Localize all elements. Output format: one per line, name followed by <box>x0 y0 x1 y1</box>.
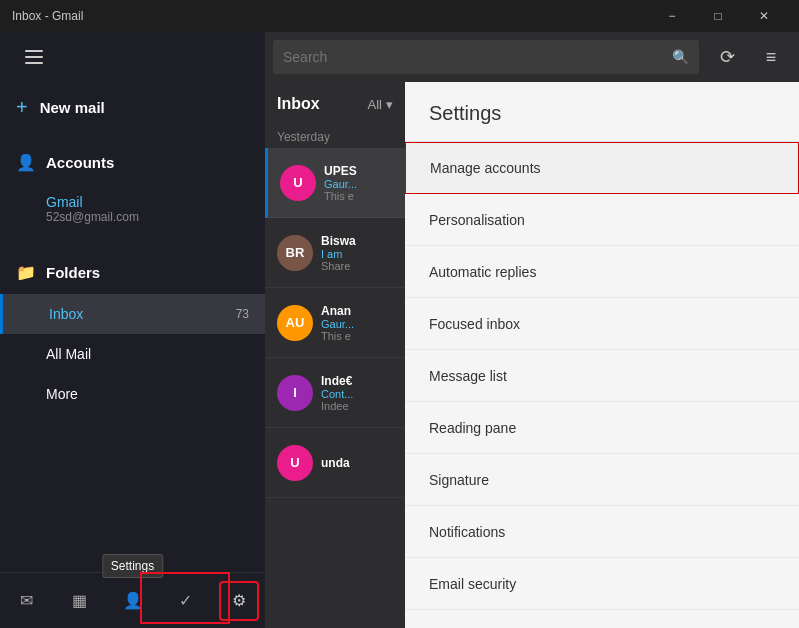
mail-date-label: Yesterday <box>265 126 405 148</box>
settings-item-notifications[interactable]: Notifications <box>405 506 799 558</box>
calendar-bottom-button[interactable]: ▦ <box>60 581 100 621</box>
mail-preview-4: unda <box>321 456 397 470</box>
compose-bottom-button[interactable]: ✉ <box>7 581 47 621</box>
settings-item-email-security[interactable]: Email security <box>405 558 799 610</box>
window-controls: − □ ✕ <box>649 0 787 32</box>
check-bottom-button[interactable]: ✓ <box>166 581 206 621</box>
settings-item-message-list[interactable]: Message list <box>405 350 799 402</box>
avatar-1: BR <box>277 235 313 271</box>
folders-label: Folders <box>46 264 100 281</box>
accounts-icon: 👤 <box>16 153 34 172</box>
hamburger-line-1 <box>25 50 43 52</box>
filter-label: All <box>368 97 382 112</box>
account-email: 52sd@gmail.com <box>46 210 249 224</box>
settings-item-label-5: Reading pane <box>429 420 516 436</box>
mail-item-0[interactable]: U UPES Gaur... This e <box>265 148 405 218</box>
mail-snippet-0: This e <box>324 190 397 202</box>
settings-item-label-7: Notifications <box>429 524 505 540</box>
settings-item-focused-inbox[interactable]: Focused inbox <box>405 298 799 350</box>
chevron-down-icon: ▾ <box>386 97 393 112</box>
sidebar-item-more[interactable]: More <box>0 374 265 414</box>
top-toolbar-icons: ⟳ ≡ <box>707 37 791 77</box>
mail-snippet-3: Indee <box>321 400 397 412</box>
search-area: 🔍 ⟳ ≡ <box>265 32 799 82</box>
compose-icon: ✉ <box>20 591 33 610</box>
window-title: Inbox - Gmail <box>12 9 649 23</box>
mail-sender-0: UPES <box>324 164 397 178</box>
gear-icon: ⚙ <box>232 591 246 610</box>
settings-item-personalisation[interactable]: Personalisation <box>405 194 799 246</box>
mail-item-2[interactable]: AU Anan Gaur... This e <box>265 288 405 358</box>
mail-item-3[interactable]: I Inde€ Cont... Indee <box>265 358 405 428</box>
sidebar-bottom-toolbar: Settings ✉ ▦ 👤 ✓ ⚙ <box>0 572 265 628</box>
settings-bottom-button[interactable]: ⚙ <box>219 581 259 621</box>
mail-sender-2: Anan <box>321 304 397 318</box>
filter-button[interactable]: ≡ <box>751 37 791 77</box>
new-mail-button[interactable]: + New mail <box>0 82 265 132</box>
inbox-header: Inbox All ▾ <box>265 82 405 126</box>
accounts-label: Accounts <box>46 154 114 171</box>
account-name: Gmail <box>46 194 249 210</box>
settings-panel: Settings Manage accounts Personalisation… <box>405 82 799 628</box>
settings-title: Settings <box>405 82 799 142</box>
accounts-section: 👤 Accounts Gmail 52sd@gmail.com <box>0 132 265 242</box>
hamburger-line-2 <box>25 56 43 58</box>
search-box: 🔍 <box>273 40 699 74</box>
settings-tooltip: Settings <box>102 554 163 578</box>
new-mail-label: New mail <box>40 99 105 116</box>
hamburger-button[interactable] <box>16 39 52 75</box>
sidebar-item-all-mail[interactable]: All Mail <box>0 334 265 374</box>
minimize-button[interactable]: − <box>649 0 695 32</box>
avatar-0: U <box>280 165 316 201</box>
avatar-3: I <box>277 375 313 411</box>
mail-preview-0: UPES Gaur... This e <box>324 164 397 202</box>
avatar-2: AU <box>277 305 313 341</box>
mail-item-4[interactable]: U unda <box>265 428 405 498</box>
settings-item-automatic-replies[interactable]: Automatic replies <box>405 246 799 298</box>
sidebar-item-inbox[interactable]: Inbox 73 <box>0 294 265 334</box>
contacts-bottom-button[interactable]: 👤 <box>113 581 153 621</box>
gmail-account-item[interactable]: Gmail 52sd@gmail.com <box>0 184 265 234</box>
sidebar: + New mail 👤 Accounts Gmail 52sd@gmail.c… <box>0 32 265 628</box>
folders-header[interactable]: 📁 Folders <box>0 250 265 294</box>
mail-preview-1: Biswa I am Share <box>321 234 397 272</box>
hamburger-line-3 <box>25 62 43 64</box>
right-section: 🔍 ⟳ ≡ Inbox All ▾ Yesterday <box>265 32 799 628</box>
search-input[interactable] <box>283 49 664 65</box>
settings-item-label-1: Personalisation <box>429 212 525 228</box>
settings-item-label-6: Signature <box>429 472 489 488</box>
mail-subject-1: I am <box>321 248 397 260</box>
check-icon: ✓ <box>179 591 192 610</box>
all-mail-label: All Mail <box>46 346 249 362</box>
settings-item-label-2: Automatic replies <box>429 264 536 280</box>
close-button[interactable]: ✕ <box>741 0 787 32</box>
inbox-badge: 73 <box>236 307 249 321</box>
sidebar-top <box>0 32 265 82</box>
settings-item-signature[interactable]: Signature <box>405 454 799 506</box>
accounts-header[interactable]: 👤 Accounts <box>0 140 265 184</box>
settings-item-label-0: Manage accounts <box>430 160 541 176</box>
mail-preview-2: Anan Gaur... This e <box>321 304 397 342</box>
mail-item-1[interactable]: BR Biswa I am Share <box>265 218 405 288</box>
inbox-label: Inbox <box>49 306 236 322</box>
filter-icon: ≡ <box>766 47 777 68</box>
sync-button[interactable]: ⟳ <box>707 37 747 77</box>
mail-subject-3: Cont... <box>321 388 397 400</box>
avatar-4: U <box>277 445 313 481</box>
mail-snippet-2: This e <box>321 330 397 342</box>
settings-item-label-3: Focused inbox <box>429 316 520 332</box>
plus-icon: + <box>16 96 28 119</box>
maximize-button[interactable]: □ <box>695 0 741 32</box>
mail-subject-0: Gaur... <box>324 178 397 190</box>
folders-section: 📁 Folders Inbox 73 All Mail More <box>0 242 265 422</box>
settings-item-reading-pane[interactable]: Reading pane <box>405 402 799 454</box>
inbox-filter[interactable]: All ▾ <box>368 97 393 112</box>
mail-snippet-1: Share <box>321 260 397 272</box>
settings-item-label-8: Email security <box>429 576 516 592</box>
watermark: wsxdn.com <box>745 613 795 624</box>
folders-icon: 📁 <box>16 263 34 282</box>
more-label: More <box>46 386 249 402</box>
calendar-icon: ▦ <box>72 591 87 610</box>
sync-icon: ⟳ <box>720 46 735 68</box>
settings-item-manage-accounts[interactable]: Manage accounts <box>405 142 799 194</box>
